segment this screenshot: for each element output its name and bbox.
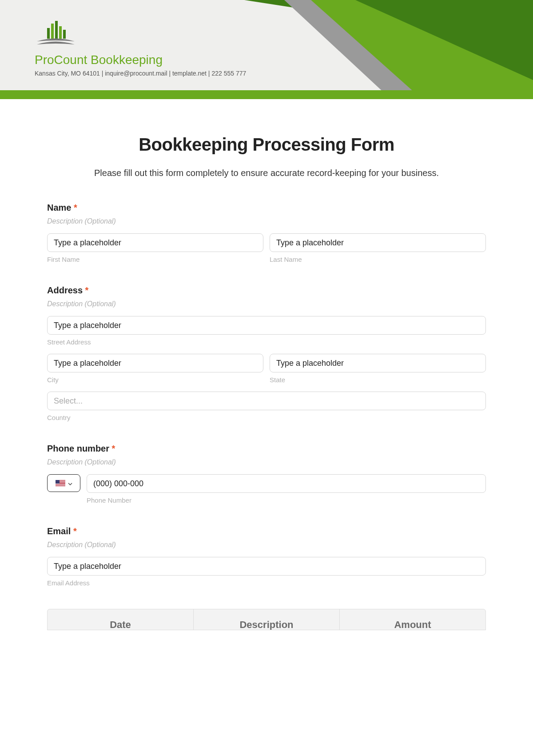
email-desc: Description (Optional): [47, 541, 486, 549]
brand-block: ProCount Bookkeeping Kansas City, MO 641…: [35, 20, 246, 77]
state-sublabel: State: [270, 376, 486, 384]
country-code-button[interactable]: [47, 474, 80, 492]
email-input[interactable]: [47, 557, 486, 576]
chevron-down-icon: [68, 481, 72, 485]
first-name-sublabel: First Name: [47, 256, 263, 263]
address-desc: Description (Optional): [47, 300, 486, 308]
flag-us-icon: [56, 480, 65, 486]
form-title: Bookkeeping Processing Form: [47, 135, 486, 155]
state-input[interactable]: [270, 354, 486, 372]
section-name: Name * Description (Optional) First Name…: [47, 203, 486, 263]
logo-icon: [35, 20, 77, 47]
svg-rect-6: [55, 21, 58, 39]
section-email: Email * Description (Optional) Email Add…: [47, 526, 486, 587]
email-sublabel: Email Address: [47, 579, 486, 587]
email-label: Email *: [47, 526, 486, 536]
phone-sublabel: Phone Number: [87, 496, 486, 504]
phone-label: Phone number *: [47, 444, 486, 454]
address-label: Address *: [47, 285, 486, 296]
svg-rect-5: [51, 24, 54, 39]
section-address: Address * Description (Optional) Street …: [47, 285, 486, 421]
phone-label-text: Phone number: [47, 444, 109, 453]
table-header-row: Date Description Amount: [47, 609, 486, 630]
section-phone: Phone number * Description (Optional) Ph…: [47, 444, 486, 504]
name-desc: Description (Optional): [47, 217, 486, 225]
phone-desc: Description (Optional): [47, 458, 486, 466]
name-label-text: Name: [47, 203, 71, 212]
th-amount: Amount: [340, 609, 485, 630]
th-description: Description: [194, 609, 340, 630]
phone-input[interactable]: [87, 474, 486, 493]
city-input[interactable]: [47, 354, 263, 372]
form-wrapper: Bookkeeping Processing Form Please fill …: [0, 99, 533, 630]
last-name-sublabel: Last Name: [270, 256, 486, 263]
required-star: *: [74, 203, 77, 212]
header-graphic: [222, 0, 533, 99]
address-label-text: Address: [47, 285, 83, 295]
country-select[interactable]: [47, 392, 486, 410]
required-star: *: [112, 444, 115, 453]
first-name-input[interactable]: [47, 233, 263, 252]
city-sublabel: City: [47, 376, 263, 384]
svg-rect-7: [59, 26, 62, 39]
required-star: *: [85, 285, 89, 295]
entries-table: Date Description Amount: [47, 609, 486, 630]
street-sublabel: Street Address: [47, 338, 486, 346]
header-banner: ProCount Bookkeeping Kansas City, MO 641…: [0, 0, 533, 99]
street-input[interactable]: [47, 316, 486, 335]
last-name-input[interactable]: [270, 233, 486, 252]
name-label: Name *: [47, 203, 486, 213]
form-intro: Please fill out this form completely to …: [47, 168, 486, 178]
svg-rect-8: [63, 30, 66, 39]
th-date: Date: [48, 609, 194, 630]
company-name: ProCount Bookkeeping: [35, 53, 246, 67]
company-meta: Kansas City, MO 64101 | inquire@procount…: [35, 70, 246, 77]
country-sublabel: Country: [47, 414, 486, 421]
required-star: *: [73, 526, 77, 536]
svg-rect-4: [47, 28, 50, 39]
email-label-text: Email: [47, 526, 71, 536]
header-accent-bar: [0, 90, 533, 99]
